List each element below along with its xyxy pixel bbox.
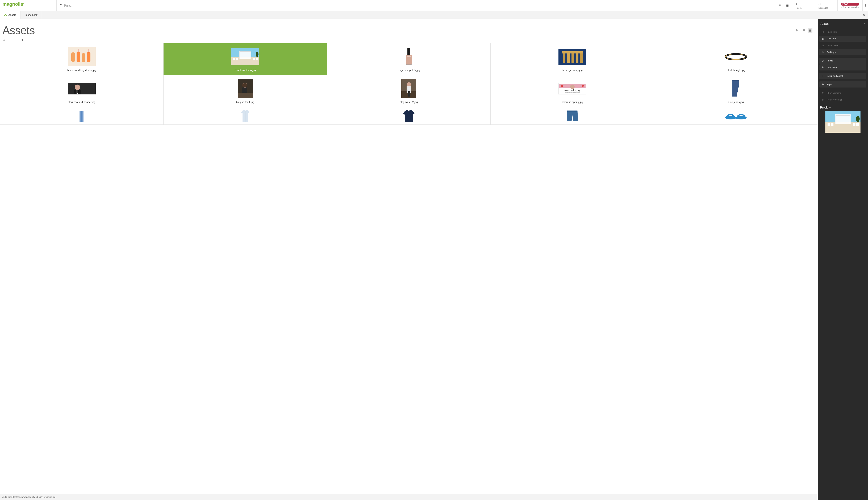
asset-thumbnail xyxy=(722,79,750,98)
asset-card[interactable]: blue-oxford-shirt.jpg xyxy=(163,107,327,125)
action-restore: Restore version xyxy=(819,97,866,103)
svg-rect-60 xyxy=(567,54,570,63)
svg-point-9 xyxy=(788,5,788,6)
asset-thumbnail xyxy=(231,79,259,98)
search-input[interactable] xyxy=(64,3,777,8)
svg-line-1 xyxy=(61,6,62,7)
asset-card[interactable]: beach-wedding.jpg xyxy=(163,43,327,75)
asset-filename: blog-writer-2.jpg xyxy=(400,101,418,103)
asset-card[interactable]: black-bangle.jpg xyxy=(654,43,818,75)
logo[interactable]: magnolia® xyxy=(0,0,56,11)
tasks-segment[interactable]: 0 Tasks xyxy=(793,0,815,11)
svg-rect-46 xyxy=(240,52,251,52)
action-tag[interactable]: Add tags xyxy=(819,49,866,55)
action-lock[interactable]: Lock item xyxy=(819,36,866,42)
action-panel: Asset Paste itemLock itemUnlock itemAdd … xyxy=(818,19,868,500)
asset-thumbnail xyxy=(231,109,259,123)
asset-filename: black-bangle.jpg xyxy=(727,69,745,71)
list-view-button[interactable] xyxy=(801,28,806,33)
asset-card[interactable]: blue-jeans.jpg xyxy=(654,75,818,107)
svg-rect-120 xyxy=(836,115,850,116)
action-download[interactable]: Download asset xyxy=(819,73,866,79)
svg-rect-38 xyxy=(82,53,85,62)
asset-card[interactable]: blue-shorts.jpg xyxy=(491,107,654,125)
export-icon xyxy=(821,83,824,86)
filterbar xyxy=(0,37,818,43)
action-label: Show versions xyxy=(827,92,842,94)
asset-thumbnail xyxy=(395,79,423,98)
asset-filename: beach-wedding-drinks.jpg xyxy=(67,69,96,71)
asset-card[interactable]: blue-stripe-shirt.jpg xyxy=(0,107,163,125)
asset-thumbnail xyxy=(68,47,96,66)
tasks-count: 0 xyxy=(796,2,812,7)
asset-card[interactable]: blog-writer-1.jpg xyxy=(163,75,327,107)
tab-label: Image bank xyxy=(25,13,37,16)
filter-search-icon[interactable] xyxy=(2,38,5,41)
versions-icon xyxy=(821,92,824,94)
svg-rect-126 xyxy=(856,123,859,126)
asset-card[interactable]: navy-sweater.jpg xyxy=(327,107,491,125)
svg-rect-52 xyxy=(256,58,258,60)
paste-icon xyxy=(821,31,824,33)
svg-rect-81 xyxy=(406,89,411,89)
svg-rect-61 xyxy=(571,54,574,63)
chevron-right-icon[interactable] xyxy=(864,23,865,25)
svg-rect-29 xyxy=(809,29,810,30)
svg-point-18 xyxy=(6,15,7,16)
svg-point-10 xyxy=(786,6,787,7)
asset-filename: berlin-germany.jpg xyxy=(562,69,583,71)
action-unpublish[interactable]: Unpublish xyxy=(819,65,866,70)
svg-rect-74 xyxy=(238,93,253,98)
asset-thumbnail xyxy=(68,109,96,123)
asset-card[interactable]: beige-nail-polish.jpg xyxy=(327,43,491,75)
grid-view-button[interactable] xyxy=(808,28,812,33)
action-versions: Show versions xyxy=(819,90,866,96)
messages-segment[interactable]: 0 Messages xyxy=(815,0,837,11)
asset-thumbnail xyxy=(395,109,423,123)
asset-card[interactable]: blue-sandals.jpg xyxy=(654,107,818,125)
more-menu[interactable] xyxy=(863,0,868,11)
asset-card[interactable]: beach-wedding-drinks.jpg xyxy=(0,43,163,75)
asset-thumbnail: Bloom with Springlorem ipsum dolor sit a… xyxy=(559,79,586,98)
status-path: /Edouard/Blog/beach-wedding-style/beach-… xyxy=(2,496,56,498)
asset-filename: blue-jeans.jpg xyxy=(728,101,744,103)
svg-point-84 xyxy=(561,85,563,87)
svg-rect-103 xyxy=(822,45,824,46)
unlock-icon xyxy=(821,44,824,47)
action-publish[interactable]: Publish xyxy=(819,58,866,64)
svg-line-34 xyxy=(4,40,5,41)
zoom-slider[interactable] xyxy=(7,40,23,40)
messages-count: 0 xyxy=(819,2,834,7)
action-label: Export xyxy=(827,83,833,86)
svg-rect-97 xyxy=(567,111,578,112)
asset-card[interactable]: blog-edouard-header.jpg xyxy=(0,75,163,107)
svg-point-85 xyxy=(582,85,584,87)
apps-icon[interactable] xyxy=(785,4,790,7)
svg-point-77 xyxy=(407,82,411,87)
svg-point-8 xyxy=(787,5,788,6)
svg-point-7 xyxy=(786,5,787,6)
svg-rect-102 xyxy=(822,38,824,39)
asset-thumbnail xyxy=(231,47,259,66)
svg-point-96 xyxy=(246,113,246,113)
asset-card[interactable]: blog-writer-2.jpg xyxy=(327,75,491,107)
svg-rect-49 xyxy=(233,58,235,60)
asset-thumbnail xyxy=(722,109,750,123)
action-label: Publish xyxy=(827,59,834,62)
svg-rect-59 xyxy=(563,54,566,63)
action-export[interactable]: Export xyxy=(819,81,866,88)
asset-card[interactable]: Bloom with Springlorem ipsum dolor sit a… xyxy=(491,75,654,107)
tab-image-bank[interactable]: Image bank xyxy=(21,11,42,19)
tab-label: Assets xyxy=(8,13,16,16)
tag-icon xyxy=(821,51,824,54)
svg-text:lorem ipsum dolor sit amet con: lorem ipsum dolor sit amet consectetur xyxy=(565,92,580,93)
search-icon xyxy=(58,4,64,7)
close-button[interactable] xyxy=(860,11,868,19)
user-segment[interactable]: PROD e-Commerce Author xyxy=(837,0,863,11)
svg-rect-70 xyxy=(77,90,78,93)
env-badge: PROD xyxy=(841,3,859,5)
tab-assets[interactable]: Assets xyxy=(0,11,21,19)
mic-icon[interactable] xyxy=(777,4,783,7)
tree-view-button[interactable] xyxy=(795,28,800,33)
asset-card[interactable]: berlin-germany.jpg xyxy=(491,43,654,75)
